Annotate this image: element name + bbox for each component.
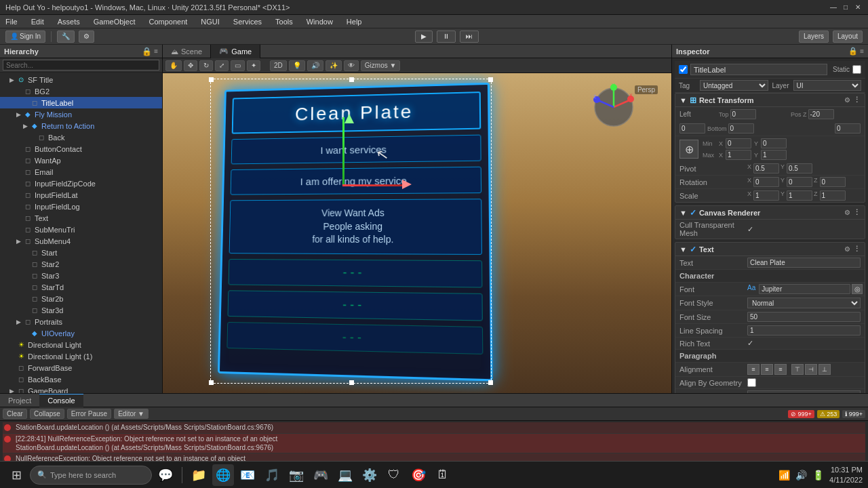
horiz-overflow-select[interactable]: Wrap	[747, 390, 861, 393]
tree-item-startd[interactable]: ◻ StarTd	[0, 281, 162, 293]
tree-item-inputfieldlat[interactable]: ◻ InputFieldLat	[0, 189, 162, 201]
vp-hand-tool[interactable]: ✋	[165, 60, 182, 71]
vp-move-tool[interactable]: ✥	[184, 60, 197, 71]
vp-2d-btn[interactable]: 2D	[270, 60, 287, 71]
rect-transform-settings-icon[interactable]: ⚙	[844, 96, 850, 104]
taskbar-icon-4[interactable]: 🎵	[261, 464, 283, 486]
minimize-button[interactable]: —	[829, 3, 838, 12]
taskbar-icon-6[interactable]: 🎮	[310, 464, 332, 486]
toolbar-icon2[interactable]: ⚙	[79, 30, 94, 43]
text-comp-header[interactable]: ▼ ✓ Text ⚙ ⋮	[675, 243, 865, 256]
battery-icon[interactable]: 🔋	[812, 470, 824, 481]
taskbar-icon-11[interactable]: 🗓	[432, 464, 454, 486]
tree-item-backbase[interactable]: ◻ BackBase	[0, 373, 162, 385]
taskbar-icon-10[interactable]: 🎯	[408, 464, 429, 486]
rotation-y[interactable]	[787, 177, 812, 187]
tree-item-dirlight[interactable]: ☀ Directional Light	[0, 339, 162, 350]
hierarchy-search-input[interactable]	[3, 60, 159, 70]
menu-component[interactable]: Component	[146, 16, 190, 27]
scale-z[interactable]	[820, 190, 846, 201]
tree-item-returntoaction[interactable]: ▶ ◆ Return to Action	[0, 120, 162, 131]
log-entry-1[interactable]: [22:28:41] NullReferenceException: Objec…	[3, 434, 865, 453]
taskbar-icon-5[interactable]: 📷	[285, 464, 307, 486]
canvas-renderer-header[interactable]: ▼ ✓ Canvas Renderer ⚙ ⋮	[675, 206, 865, 220]
active-checkbox[interactable]	[679, 65, 688, 74]
hierarchy-lock-icon[interactable]: 🔒	[142, 47, 152, 56]
tree-item-gameboard[interactable]: ▶ ◻ GameBoard	[0, 385, 162, 393]
anchor-min-x[interactable]	[726, 138, 751, 148]
anchor-max-x[interactable]	[726, 150, 751, 160]
anchor-max-y[interactable]	[761, 150, 787, 160]
anchor-min-y[interactable]	[761, 138, 787, 148]
tree-item-inputfieldzip[interactable]: ◻ InputFieldZipCode	[0, 178, 162, 189]
taskbar-chat-icon[interactable]: 💬	[155, 464, 176, 486]
text-value-input[interactable]	[747, 258, 861, 268]
taskbar-icon-8[interactable]: ⚙️	[359, 464, 380, 486]
tree-item-star2b[interactable]: ◻ Star2b	[0, 293, 162, 304]
align-middle-btn[interactable]: ⊣	[805, 364, 817, 375]
font-input[interactable]	[759, 284, 850, 294]
font-style-select[interactable]: Normal	[747, 298, 861, 308]
menu-tools[interactable]: Tools	[273, 16, 296, 27]
taskbar-mail-icon[interactable]: 📧	[237, 464, 258, 486]
tree-item-inputfieldlog[interactable]: ◻ InputFieldLog	[0, 201, 162, 212]
right-input[interactable]	[835, 123, 861, 134]
tree-item-titlelabel[interactable]: ◻ TitleLabel	[0, 97, 162, 108]
error-pause-btn[interactable]: Error Pause	[67, 409, 111, 419]
scene-canvas[interactable]: Clean Plate I want services I am offerin…	[163, 73, 671, 393]
start-button[interactable]: ⊞	[5, 464, 27, 486]
top-input[interactable]	[730, 109, 756, 119]
rotation-z[interactable]	[820, 177, 846, 187]
tab-console[interactable]: Console	[39, 394, 83, 407]
tree-item-email[interactable]: ◻ Email	[0, 166, 162, 178]
layout-button[interactable]: Layout	[833, 30, 863, 43]
step-button[interactable]: ⏭	[460, 30, 479, 43]
vp-fx-btn[interactable]: ✨	[326, 60, 342, 71]
line-spacing-input[interactable]	[747, 325, 861, 336]
log-entry-0[interactable]: StationBoard.updateLocation () (at Asset…	[3, 422, 865, 434]
tree-item-uioverlay[interactable]: ◆ UIOverlay	[0, 327, 162, 339]
taskbar-explorer-icon[interactable]: 📁	[188, 464, 210, 486]
text-settings-icon[interactable]: ⚙	[844, 245, 850, 253]
menu-services[interactable]: Services	[231, 16, 264, 27]
align-bottom-btn[interactable]: ⊥	[818, 364, 831, 375]
layer-select[interactable]: UI	[793, 80, 862, 91]
align-top-btn[interactable]: ⊤	[791, 364, 804, 375]
tab-scene[interactable]: ⛰ Scene	[163, 45, 211, 58]
tree-item-star3[interactable]: ◻ Star3	[0, 270, 162, 281]
tab-project[interactable]: Project	[0, 394, 39, 407]
font-size-input[interactable]	[747, 312, 861, 322]
tree-item-sfTitle[interactable]: ▶ ⊙ SF Title	[0, 74, 162, 85]
vp-scene-btn[interactable]: 👁	[344, 60, 359, 71]
tree-item-star3d[interactable]: ◻ Star3d	[0, 304, 162, 316]
component-name-input[interactable]	[690, 64, 827, 75]
play-button[interactable]: ▶	[415, 30, 433, 43]
font-select-btn[interactable]: ◎	[852, 284, 863, 294]
tree-item-wantap[interactable]: ◻ WantAp	[0, 155, 162, 166]
rotation-x[interactable]	[753, 177, 779, 187]
log-entry-2[interactable]: NullReferenceException: Object reference…	[3, 453, 865, 461]
inspector-menu-icon[interactable]: ≡	[860, 47, 864, 56]
pivot-y[interactable]	[787, 163, 812, 174]
taskbar-icon-9[interactable]: 🛡	[383, 464, 405, 486]
tree-item-bg2[interactable]: ◻ BG2	[0, 85, 162, 97]
inspector-lock-icon[interactable]: 🔒	[848, 47, 858, 56]
taskbar-search[interactable]: 🔍 Type here to search	[30, 466, 152, 485]
tree-item-star2[interactable]: ◻ Star2	[0, 258, 162, 270]
tree-item-back[interactable]: ◻ Back	[0, 131, 162, 143]
tree-item-dirlight2[interactable]: ☀ Directional Light (1)	[0, 350, 162, 362]
bottom-input[interactable]	[728, 123, 754, 134]
vp-lighting-btn[interactable]: 💡	[289, 60, 305, 71]
volume-icon[interactable]: 🔊	[795, 470, 807, 481]
network-icon[interactable]: 📶	[778, 470, 790, 481]
menu-edit[interactable]: Edit	[28, 16, 47, 27]
align-right-btn[interactable]: ≡	[774, 364, 787, 375]
vp-scale-tool[interactable]: ⤢	[215, 60, 229, 71]
tree-item-buttoncontact[interactable]: ◻ ButtonContact	[0, 143, 162, 155]
anchor-icon[interactable]: ⊕	[679, 140, 698, 159]
vp-audio-btn[interactable]: 🔊	[307, 60, 323, 71]
taskbar-icon-7[interactable]: 💻	[334, 464, 356, 486]
scale-y[interactable]	[787, 190, 812, 201]
maximize-button[interactable]: □	[841, 3, 850, 12]
menu-help[interactable]: Help	[344, 16, 365, 27]
